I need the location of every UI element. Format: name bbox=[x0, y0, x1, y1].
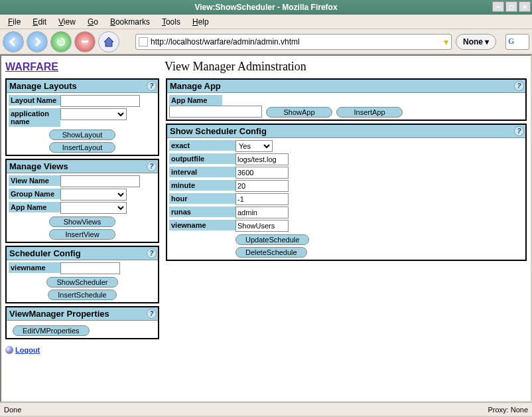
window-titlebar: View:ShowScheduler - Mozilla Firefox – ▢… bbox=[0, 0, 532, 15]
label-exact: exact bbox=[169, 140, 235, 151]
back-button[interactable] bbox=[3, 31, 24, 52]
home-icon bbox=[103, 36, 115, 48]
panel-show-scheduler-config: Show Scheduler Config ? exact Yes output… bbox=[166, 124, 527, 261]
select-app-name[interactable] bbox=[60, 202, 127, 214]
panel-title-show-scheduler-config: Show Scheduler Config ? bbox=[167, 125, 525, 138]
bullet-icon bbox=[5, 346, 13, 354]
home-button[interactable] bbox=[98, 31, 119, 52]
forward-button[interactable] bbox=[27, 31, 48, 52]
input-minute[interactable] bbox=[235, 180, 289, 192]
panel-title-manage-app: Manage App ? bbox=[167, 80, 525, 93]
help-icon[interactable]: ? bbox=[147, 248, 157, 258]
logout-link[interactable]: Logout bbox=[15, 346, 40, 354]
input-ss-viewname[interactable] bbox=[235, 220, 289, 232]
toolbar: ▾ None ▾ G bbox=[0, 29, 532, 54]
input-layout-name[interactable] bbox=[60, 95, 140, 107]
none-label: None bbox=[463, 37, 483, 46]
panel-vm-properties: ViewManager Properties ? EditVMPropertie… bbox=[5, 306, 159, 339]
input-view-name[interactable] bbox=[60, 175, 140, 187]
statusbar: Done Proxy: None bbox=[0, 402, 532, 416]
input-outputfile[interactable] bbox=[235, 153, 289, 165]
help-icon[interactable]: ? bbox=[147, 161, 157, 171]
panel-title-vm-properties: ViewManager Properties ? bbox=[7, 307, 158, 321]
help-icon[interactable]: ? bbox=[147, 309, 157, 319]
select-application-name[interactable] bbox=[60, 108, 127, 120]
delete-schedule-button[interactable]: DeleteSchedule bbox=[235, 247, 307, 258]
label-minute: minute bbox=[169, 180, 235, 191]
menu-bookmarks[interactable]: Bookmarks bbox=[105, 16, 155, 28]
minimize-button[interactable]: – bbox=[492, 1, 504, 12]
label-layout-name: Layout Name bbox=[9, 95, 60, 106]
input-hour[interactable] bbox=[235, 193, 289, 205]
label-hour: hour bbox=[169, 193, 235, 204]
chevron-down-icon: ▾ bbox=[485, 37, 489, 46]
rss-dropdown-icon[interactable]: ▾ bbox=[444, 37, 448, 47]
back-arrow-icon bbox=[8, 37, 19, 47]
panel-manage-views: Manage Views ? View Name Group Name App … bbox=[5, 159, 159, 243]
label-viewname: viewname bbox=[9, 262, 60, 273]
update-schedule-button[interactable]: UpdateSchedule bbox=[235, 234, 309, 245]
menu-go[interactable]: Go bbox=[82, 16, 103, 28]
label-application-name: application name bbox=[9, 108, 60, 127]
label-runas: runas bbox=[169, 207, 235, 217]
status-left: Done bbox=[4, 406, 21, 414]
label-interval: interval bbox=[169, 167, 235, 177]
show-app-button[interactable]: ShowApp bbox=[266, 107, 332, 118]
label-app-name: App Name bbox=[9, 202, 60, 212]
label-group-name: Group Name bbox=[9, 189, 60, 199]
google-icon: G bbox=[508, 37, 514, 46]
menu-file[interactable]: File bbox=[3, 16, 26, 28]
label-view-name: View Name bbox=[9, 175, 60, 186]
insert-schedule-button[interactable]: InsertSchedule bbox=[48, 290, 116, 300]
reload-button[interactable] bbox=[50, 31, 72, 52]
menu-edit[interactable]: Edit bbox=[27, 16, 52, 28]
label-outputfile: outputfile bbox=[169, 153, 235, 164]
select-group-name[interactable] bbox=[60, 189, 127, 201]
maximize-button[interactable]: ▢ bbox=[505, 1, 517, 12]
insert-app-button[interactable]: InsertApp bbox=[336, 107, 403, 118]
search-box[interactable]: G bbox=[505, 34, 529, 50]
select-exact[interactable]: Yes bbox=[235, 140, 273, 152]
url-input[interactable] bbox=[151, 37, 441, 46]
panel-manage-layouts: Manage Layouts ? Layout Name application… bbox=[5, 78, 159, 156]
logout-row: Logout bbox=[5, 346, 159, 354]
brand-link[interactable]: WARFARE bbox=[5, 58, 58, 76]
url-bar[interactable]: ▾ bbox=[135, 34, 452, 50]
window-title: View:ShowScheduler - Mozilla Firefox bbox=[194, 3, 337, 12]
panel-scheduler-config: Scheduler Config ? viewname ShowSchedule… bbox=[5, 246, 159, 303]
stop-button[interactable] bbox=[74, 31, 96, 52]
show-views-button[interactable]: ShowViews bbox=[49, 216, 115, 227]
label-ss-viewname: viewname bbox=[169, 220, 235, 230]
help-icon[interactable]: ? bbox=[147, 81, 157, 91]
menu-tools[interactable]: Tools bbox=[157, 16, 186, 28]
page-icon bbox=[139, 37, 148, 46]
proxy-none-button[interactable]: None ▾ bbox=[456, 34, 496, 50]
insert-layout-button[interactable]: InsertLayout bbox=[49, 142, 115, 153]
panel-title-scheduler-config: Scheduler Config ? bbox=[7, 247, 158, 260]
page-title: View Manager Adminstration bbox=[165, 58, 306, 74]
insert-view-button[interactable]: InsertView bbox=[49, 229, 115, 240]
panel-manage-app: Manage App ? App Name ShowApp InsertApp bbox=[166, 78, 527, 121]
status-right: Proxy: None bbox=[488, 406, 528, 414]
edit-vm-properties-button[interactable]: EditVMProperties bbox=[13, 325, 90, 336]
menu-view[interactable]: View bbox=[53, 16, 81, 28]
menu-help[interactable]: Help bbox=[187, 16, 214, 28]
input-runas[interactable] bbox=[235, 207, 289, 218]
menubar: File Edit View Go Bookmarks Tools Help bbox=[0, 15, 532, 29]
help-icon[interactable]: ? bbox=[514, 126, 524, 136]
help-icon[interactable]: ? bbox=[514, 81, 524, 91]
input-scheduler-viewname[interactable] bbox=[60, 262, 120, 274]
panel-title-manage-views: Manage Views ? bbox=[7, 160, 158, 173]
forward-arrow-icon bbox=[32, 37, 42, 47]
close-button[interactable]: × bbox=[519, 1, 531, 12]
stop-icon bbox=[82, 41, 88, 42]
panel-title-manage-layouts: Manage Layouts ? bbox=[7, 80, 158, 93]
show-layout-button[interactable]: ShowLayout bbox=[49, 129, 115, 140]
input-manage-app-name[interactable] bbox=[169, 106, 262, 118]
show-scheduler-button[interactable]: ShowScheduler bbox=[46, 277, 117, 288]
page-content: WARFARE View Manager Adminstration Manag… bbox=[0, 54, 532, 402]
input-interval[interactable] bbox=[235, 167, 289, 179]
reload-icon bbox=[56, 37, 66, 47]
label-app-name: App Name bbox=[169, 95, 222, 106]
